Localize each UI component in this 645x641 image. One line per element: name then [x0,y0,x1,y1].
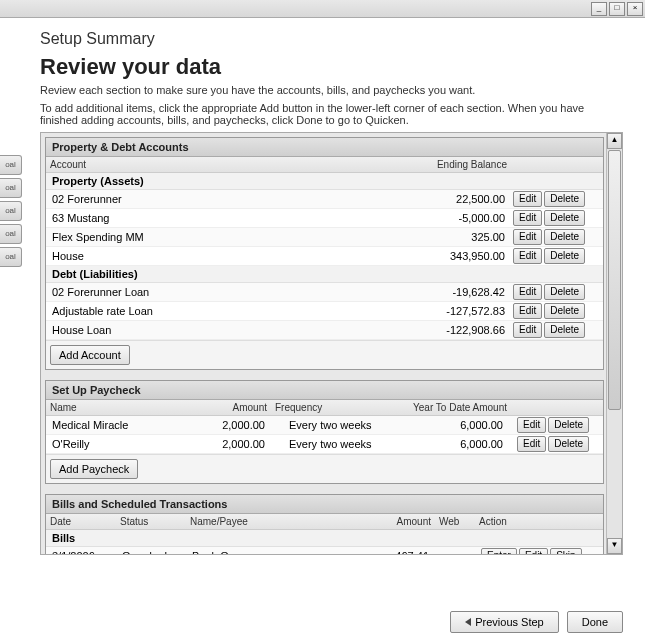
paycheck-amount: 2,000.00 [191,437,271,451]
delete-button[interactable]: Delete [544,284,585,300]
col-action: Action [475,514,603,529]
edit-button[interactable]: Edit [513,322,542,338]
paycheck-frequency: Every two weeks [271,418,391,432]
side-tab[interactable]: oal [0,155,22,175]
account-name: House [46,249,401,263]
edit-button[interactable]: Edit [513,191,542,207]
col-date: Date [46,514,116,529]
delete-button[interactable]: Delete [544,229,585,245]
bill-row: 3/1/2006 Overdue! Bank One -467.41 Enter… [46,547,603,555]
scroll-thumb[interactable] [608,150,621,410]
liabilities-subheader: Debt (Liabilities) [46,266,603,283]
col-account: Account [46,157,401,172]
edit-button[interactable]: Edit [519,548,548,555]
bill-payee: Bank One [186,549,355,555]
side-tabs: oal oal oal oal oal [0,155,22,270]
account-row: 02 Forerunner 22,500.00 EditDelete [46,190,603,209]
paycheck-name: O'Reilly [46,437,191,451]
col-frequency: Frequency [271,400,391,415]
done-button[interactable]: Done [567,611,623,633]
col-web: Web [435,514,475,529]
delete-button[interactable]: Delete [544,210,585,226]
paycheck-row: Medical Miracle 2,000.00 Every two weeks… [46,416,603,435]
skip-button[interactable]: Skip [550,548,581,555]
paycheck-amount: 2,000.00 [191,418,271,432]
delete-button[interactable]: Delete [548,436,589,452]
accounts-grid-header: Account Ending Balance [46,157,603,173]
scroll-up-button[interactable]: ▲ [607,133,622,149]
side-tab[interactable]: oal [0,201,22,221]
col-amount: Amount [355,514,435,529]
bill-date: 3/1/2006 [46,549,116,555]
paycheck-ytd: 6,000.00 [391,437,511,451]
delete-button[interactable]: Delete [544,322,585,338]
account-row: 63 Mustang -5,000.00 EditDelete [46,209,603,228]
page-desc-2: To add additional items, click the appro… [40,102,623,126]
side-tab[interactable]: oal [0,224,22,244]
edit-button[interactable]: Edit [517,417,546,433]
page-subtitle: Setup Summary [40,30,623,48]
col-ytd: Year To Date Amount [391,400,511,415]
bills-panel: Bills and Scheduled Transactions Date St… [45,494,604,555]
account-name: Flex Spending MM [46,230,401,244]
previous-step-button[interactable]: Previous Step [450,611,558,633]
maximize-button[interactable]: □ [609,2,625,16]
scroll-down-button[interactable]: ▼ [607,538,622,554]
delete-button[interactable]: Delete [544,248,585,264]
vertical-scrollbar[interactable]: ▲ ▼ [606,133,622,554]
add-account-button[interactable]: Add Account [50,345,130,365]
paycheck-row: O'Reilly 2,000.00 Every two weeks 6,000.… [46,435,603,454]
account-balance: -127,572.83 [401,304,511,318]
account-name: House Loan [46,323,401,337]
account-row: 02 Forerunner Loan -19,628.42 EditDelete [46,283,603,302]
panel-header: Set Up Paycheck [46,381,603,400]
enter-button[interactable]: Enter [481,548,517,555]
account-name: 63 Mustang [46,211,401,225]
paycheck-frequency: Every two weeks [271,437,391,451]
property-debt-panel: Property & Debt Accounts Account Ending … [45,137,604,370]
edit-button[interactable]: Edit [517,436,546,452]
delete-button[interactable]: Delete [548,417,589,433]
edit-button[interactable]: Edit [513,210,542,226]
close-button[interactable]: × [627,2,643,16]
edit-button[interactable]: Edit [513,284,542,300]
minimize-button[interactable]: _ [591,2,607,16]
side-tab[interactable]: oal [0,178,22,198]
wizard-footer: Previous Step Done [450,611,623,633]
edit-button[interactable]: Edit [513,229,542,245]
paycheck-grid-header: Name Amount Frequency Year To Date Amoun… [46,400,603,416]
paycheck-panel: Set Up Paycheck Name Amount Frequency Ye… [45,380,604,484]
add-paycheck-button[interactable]: Add Paycheck [50,459,138,479]
delete-button[interactable]: Delete [544,191,585,207]
delete-button[interactable]: Delete [544,303,585,319]
col-balance: Ending Balance [401,157,511,172]
col-payee: Name/Payee [186,514,355,529]
account-balance: 343,950.00 [401,249,511,263]
account-row: Flex Spending MM 325.00 EditDelete [46,228,603,247]
bill-status: Overdue! [116,549,186,555]
bill-amount: -467.41 [355,549,435,555]
side-tab[interactable]: oal [0,247,22,267]
account-balance: -5,000.00 [401,211,511,225]
window-titlebar: _ □ × [0,0,645,18]
account-balance: -19,628.42 [401,285,511,299]
account-balance: -122,908.66 [401,323,511,337]
account-name: 02 Forerunner [46,192,401,206]
assets-subheader: Property (Assets) [46,173,603,190]
panel-header: Bills and Scheduled Transactions [46,495,603,514]
col-status: Status [116,514,186,529]
account-name: 02 Forerunner Loan [46,285,401,299]
edit-button[interactable]: Edit [513,303,542,319]
paycheck-ytd: 6,000.00 [391,418,511,432]
account-balance: 22,500.00 [401,192,511,206]
col-amount: Amount [191,400,271,415]
bills-subheader: Bills [46,530,603,547]
previous-step-label: Previous Step [475,616,543,628]
account-name: Adjustable rate Loan [46,304,401,318]
content-scroll-area: Property & Debt Accounts Account Ending … [40,132,623,555]
account-row: House 343,950.00 EditDelete [46,247,603,266]
col-name: Name [46,400,191,415]
bills-grid-header: Date Status Name/Payee Amount Web Action [46,514,603,530]
paycheck-name: Medical Miracle [46,418,191,432]
edit-button[interactable]: Edit [513,248,542,264]
